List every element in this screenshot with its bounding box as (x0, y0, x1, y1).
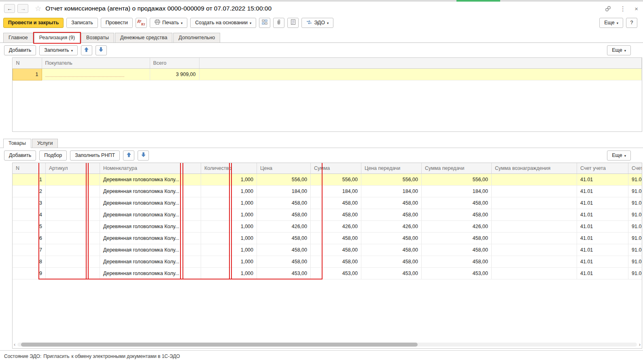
goods-header-article[interactable]: Артикул (46, 163, 100, 174)
goods-cell-sum[interactable]: 556,00 (311, 174, 361, 186)
goods-cell-price[interactable]: 458,00 (257, 244, 311, 256)
goods-cell-n[interactable]: 2 (13, 186, 46, 197)
goods-cell-n[interactable]: 7 (13, 244, 46, 256)
subordination-structure-button[interactable] (259, 18, 270, 28)
move-down-button[interactable] (95, 45, 107, 55)
goods-cell-qty[interactable]: 1,000 (201, 209, 257, 221)
favorite-star-icon[interactable]: ☆ (35, 4, 41, 13)
goods-header-nomenclature[interactable]: Номенклатура (100, 163, 201, 174)
post-button[interactable]: Провести (101, 18, 133, 28)
goods-cell-nomenclature[interactable]: Деревянная головоломка Колу... (100, 221, 201, 233)
edo-invite-link[interactable]: Пригласить (43, 353, 69, 359)
buyers-row[interactable]: 13 909,00 (13, 69, 642, 80)
more-menu-icon[interactable]: ⋮ (620, 5, 626, 13)
goods-cell-account[interactable]: 41.01 (577, 233, 628, 244)
help-button[interactable]: ? (626, 18, 637, 28)
goods-cell-transfer_sum[interactable]: 458,00 (422, 197, 492, 209)
goods-cell-article[interactable] (46, 233, 100, 244)
document-report-button[interactable] (287, 18, 299, 28)
goods-cell-n[interactable]: 4 (13, 209, 46, 221)
goods-cell-fee[interactable] (492, 209, 577, 221)
goods-cell-price[interactable]: 458,00 (257, 256, 311, 268)
buyers-cell-n[interactable]: 1 (13, 69, 42, 80)
goods-cell-qty[interactable]: 1,000 (201, 268, 257, 279)
goods-cell-price[interactable]: 458,00 (257, 209, 311, 221)
goods-cell-transfer_price[interactable]: 458,00 (361, 209, 422, 221)
goods-cell-income_account[interactable]: 91.01 (628, 197, 643, 209)
goods-cell-income_account[interactable]: 91.01 (628, 256, 643, 268)
fill-button[interactable]: Заполнить ▾ (39, 45, 78, 55)
goods-cell-transfer_price[interactable]: 426,00 (361, 221, 422, 233)
create-on-basis-button[interactable]: Создать на основании ▾ (190, 18, 256, 28)
goods-cell-fee[interactable] (492, 233, 577, 244)
goods-cell-account[interactable]: 41.01 (577, 244, 628, 256)
attachments-button[interactable] (273, 18, 284, 28)
scrollbar-thumb[interactable] (21, 343, 417, 347)
main-tab-3[interactable]: Денежные средства (115, 33, 172, 42)
goods-cell-income_account[interactable]: 91.01 (628, 174, 643, 186)
goods-cell-transfer_price[interactable]: 453,00 (361, 268, 422, 279)
scroll-left-icon[interactable]: ‹ (14, 343, 15, 347)
buyers-header-total[interactable]: Всего (150, 58, 199, 69)
goods-cell-nomenclature[interactable]: Деревянная головоломка Колу... (100, 244, 201, 256)
goods-cell-qty[interactable]: 1,000 (201, 256, 257, 268)
realization-more-button[interactable]: Еще ▾ (607, 45, 631, 55)
goods-cell-transfer_price[interactable]: 458,00 (361, 244, 422, 256)
goods-header-account[interactable]: Счет учета (577, 163, 628, 174)
goods-cell-qty[interactable]: 1,000 (201, 186, 257, 197)
goods-header-qty[interactable]: Количество (201, 163, 257, 174)
goods-header-sum[interactable]: Сумма (311, 163, 361, 174)
goods-cell-article[interactable] (46, 268, 100, 279)
goods-cell-sum[interactable]: 458,00 (311, 256, 361, 268)
move-up-button[interactable] (81, 45, 92, 55)
scroll-right-icon[interactable]: › (639, 343, 641, 347)
main-tab-0[interactable]: Главное (3, 33, 33, 42)
goods-cell-n[interactable]: 6 (13, 233, 46, 244)
main-tab-1[interactable]: Реализация (9) (34, 33, 80, 43)
goods-row[interactable]: 7Деревянная головоломка Колу...1,000458,… (13, 244, 642, 256)
goods-cell-account[interactable]: 41.01 (577, 197, 628, 209)
goods-cell-account[interactable]: 41.01 (577, 186, 628, 197)
main-tab-2[interactable]: Возвраты (81, 33, 114, 42)
goods-header-price[interactable]: Цена (257, 163, 311, 174)
goods-cell-price[interactable]: 453,00 (257, 268, 311, 279)
buyers-cell-_fill[interactable] (199, 69, 642, 80)
goods-row[interactable]: 4Деревянная головоломка Колу...1,000458,… (13, 209, 642, 221)
goods-cell-transfer_sum[interactable]: 556,00 (422, 174, 492, 186)
close-icon[interactable]: × (635, 5, 638, 12)
horizontal-scrollbar[interactable]: ‹ › (14, 342, 641, 347)
goods-cell-transfer_sum[interactable]: 453,00 (422, 268, 492, 279)
buyers-header-buyer[interactable]: Покупатель (42, 58, 150, 69)
goods-cell-nomenclature[interactable]: Деревянная головоломка Колу... (100, 256, 201, 268)
get-link-icon[interactable] (605, 6, 611, 12)
sub-tab-1[interactable]: Услуги (32, 139, 58, 148)
goods-cell-income_account[interactable]: 91.01 (628, 186, 643, 197)
dtkt-button[interactable]: ДтКт (136, 18, 147, 28)
goods-cell-sum[interactable]: 453,00 (311, 268, 361, 279)
goods-cell-transfer_price[interactable]: 458,00 (361, 197, 422, 209)
goods-cell-price[interactable]: 458,00 (257, 233, 311, 244)
goods-header-n[interactable]: N (13, 163, 46, 174)
goods-cell-account[interactable]: 41.01 (577, 221, 628, 233)
goods-cell-account[interactable]: 41.01 (577, 174, 628, 186)
goods-cell-price[interactable]: 458,00 (257, 197, 311, 209)
goods-cell-nomenclature[interactable]: Деревянная головоломка Колу... (100, 233, 201, 244)
goods-cell-article[interactable] (46, 209, 100, 221)
main-tab-4[interactable]: Дополнительно (173, 33, 220, 42)
goods-cell-transfer_sum[interactable]: 458,00 (422, 233, 492, 244)
back-button[interactable]: ← (4, 4, 15, 13)
goods-row[interactable]: 1Деревянная головоломка Колу...1,000556,… (13, 174, 642, 186)
buyers-cell-buyer[interactable] (42, 69, 150, 80)
goods-cell-article[interactable] (46, 256, 100, 268)
goods-cell-income_account[interactable]: 91.01 (628, 244, 643, 256)
goods-row[interactable]: 6Деревянная головоломка Колу...1,000458,… (13, 233, 642, 244)
fill-rnpt-button[interactable]: Заполнить РНПТ (70, 150, 120, 161)
empty-buyer-field[interactable] (45, 71, 124, 77)
goods-cell-nomenclature[interactable]: Деревянная головоломка Колу... (100, 268, 201, 279)
goods-cell-sum[interactable]: 458,00 (311, 209, 361, 221)
goods-cell-n[interactable]: 5 (13, 221, 46, 233)
goods-cell-income_account[interactable]: 91.01 (628, 209, 643, 221)
goods-cell-nomenclature[interactable]: Деревянная головоломка Колу... (100, 186, 201, 197)
goods-cell-qty[interactable]: 1,000 (201, 221, 257, 233)
goods-cell-account[interactable]: 41.01 (577, 209, 628, 221)
